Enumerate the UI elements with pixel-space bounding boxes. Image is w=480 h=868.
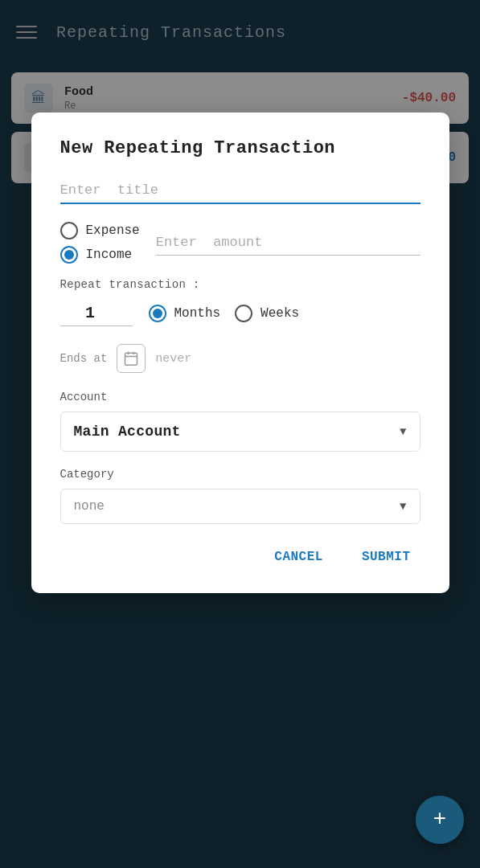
weeks-radio-circle: [235, 305, 252, 322]
title-input[interactable]: [60, 178, 421, 204]
months-label: Months: [174, 306, 221, 321]
income-radio-circle: [60, 246, 78, 264]
amount-input[interactable]: [156, 230, 421, 256]
action-buttons: CANCEL SUBMIT: [60, 543, 421, 571]
calendar-icon[interactable]: [117, 344, 146, 373]
account-dropdown[interactable]: Main Account ▼: [60, 411, 421, 452]
category-label: Category: [60, 468, 421, 481]
type-amount-row: Expense Income: [60, 222, 421, 264]
category-dropdown-arrow: ▼: [400, 500, 406, 513]
modal-title: New Repeating Transaction: [60, 138, 421, 158]
income-label: Income: [86, 248, 133, 262]
ends-row: Ends at never: [60, 344, 421, 373]
title-input-wrapper: [60, 178, 421, 204]
ends-label: Ends at: [60, 352, 108, 365]
fab-button[interactable]: +: [416, 796, 464, 844]
expense-radio[interactable]: Expense: [60, 222, 140, 240]
repeat-row: Months Weeks: [60, 301, 421, 326]
account-dropdown-arrow: ▼: [400, 425, 406, 438]
repeat-label: Repeat transaction :: [60, 278, 421, 291]
svg-rect-0: [125, 353, 137, 365]
repeat-number-input[interactable]: [60, 301, 133, 326]
category-value: none: [74, 499, 105, 514]
modal-overlay: New Repeating Transaction Expense Income: [0, 0, 480, 868]
expense-radio-circle: [60, 222, 78, 240]
weeks-label: Weeks: [261, 306, 299, 321]
months-radio[interactable]: Months: [149, 305, 221, 322]
cancel-button[interactable]: CANCEL: [265, 543, 333, 571]
submit-button[interactable]: SUBMIT: [352, 543, 421, 571]
account-value: Main Account: [74, 424, 181, 440]
months-radio-circle: [149, 305, 166, 322]
modal-dialog: New Repeating Transaction Expense Income: [31, 113, 449, 593]
ends-never-value: never: [155, 352, 191, 366]
account-label: Account: [60, 391, 421, 403]
amount-input-wrapper: [156, 230, 421, 256]
income-radio[interactable]: Income: [60, 246, 140, 264]
weeks-radio[interactable]: Weeks: [235, 305, 299, 322]
transaction-type-group: Expense Income: [60, 222, 140, 264]
fab-plus-icon: +: [433, 809, 447, 831]
period-options: Months Weeks: [149, 305, 300, 322]
category-dropdown[interactable]: none ▼: [60, 489, 421, 524]
expense-label: Expense: [86, 223, 140, 238]
